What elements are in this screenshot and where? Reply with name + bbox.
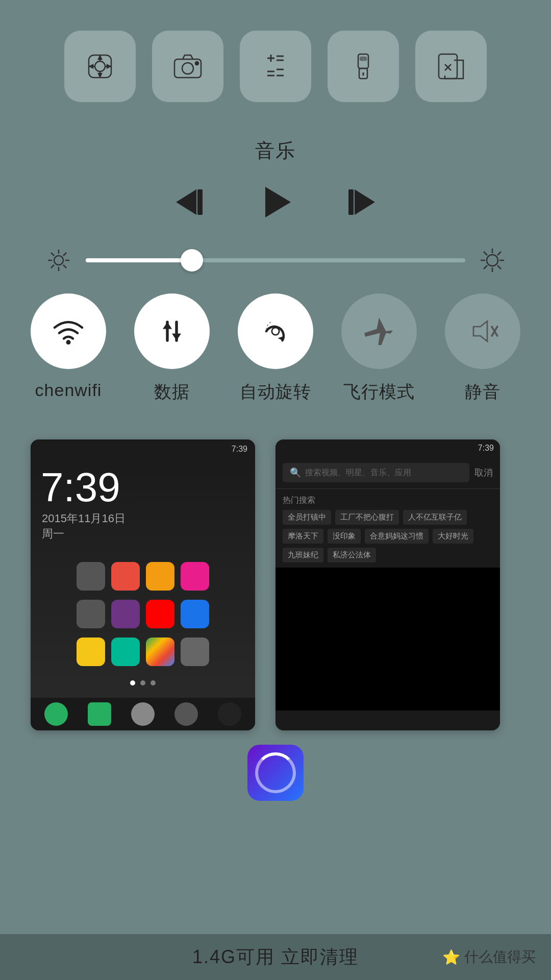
svg-point-55 (272, 328, 279, 335)
svg-line-40 (63, 253, 66, 256)
card2-placeholder: 搜索视频、明星、音乐、应用 (305, 468, 411, 478)
rotate-circle (238, 293, 313, 369)
tag-7: 大好时光 (433, 529, 473, 544)
svg-line-49 (497, 252, 501, 255)
toggle-data[interactable]: 数据 (134, 293, 210, 404)
svg-rect-25 (439, 54, 457, 79)
site-label[interactable]: 什么值得买 (464, 947, 536, 967)
svg-line-48 (497, 265, 501, 269)
svg-point-51 (66, 340, 71, 345)
svg-marker-8 (90, 65, 93, 68)
card2-cancel: 取消 (474, 467, 493, 479)
tag-2: 工厂不把心腹打 (335, 510, 399, 525)
recent-apps-section: 7:39 7:39 2015年11月16日 周一 (0, 439, 551, 730)
quick-btn-joystick[interactable] (64, 31, 136, 102)
mini-icon-lc (111, 638, 140, 666)
card1-status-bar: 7:39 (31, 439, 255, 459)
svg-point-33 (54, 256, 63, 265)
wifi-label: chenwifi (35, 380, 102, 400)
svg-marker-28 (176, 189, 196, 215)
toggle-airplane[interactable]: 飞行模式 (341, 293, 417, 404)
dock-msg (88, 702, 111, 726)
tag-5: 没印象 (328, 529, 361, 544)
quick-btn-flashlight[interactable] (328, 31, 399, 102)
brightness-fill (86, 258, 192, 262)
dot-1 (130, 680, 135, 685)
tag-6: 合意妈妈这习惯 (365, 529, 429, 544)
quick-actions-bar (0, 0, 551, 122)
prev-button[interactable] (171, 187, 207, 219)
card2-status: 7:39 (276, 439, 500, 457)
mini-icon-le (181, 600, 209, 628)
tag-1: 全员打镇中 (283, 510, 331, 525)
home-screen-preview: 7:39 7:39 2015年11月16日 周一 (31, 439, 255, 730)
svg-point-12 (195, 62, 198, 65)
card1-clock: 7:39 (31, 459, 255, 511)
quick-btn-calculator[interactable] (240, 31, 311, 102)
svg-marker-30 (265, 187, 291, 217)
mini-icon-weather (146, 562, 174, 591)
brightness-low-icon (46, 248, 71, 273)
music-title: 音乐 (0, 138, 551, 164)
toggle-mute[interactable]: 静音 (445, 293, 520, 404)
svg-line-50 (484, 265, 487, 269)
site-label-area: ⭐ 什么值得买 (442, 947, 536, 967)
next-icon (344, 187, 380, 217)
svg-marker-9 (107, 65, 110, 68)
camera-icon (171, 50, 204, 83)
toggle-rotate[interactable]: 自动旋转 (238, 293, 313, 404)
card1-date: 2015年11月16日 (31, 511, 255, 526)
memory-text[interactable]: 1.4G可用 立即清理 (192, 945, 359, 970)
quick-btn-camera[interactable] (152, 31, 223, 102)
svg-rect-32 (348, 189, 354, 215)
toggle-wifi[interactable]: chenwifi (31, 293, 106, 400)
mini-icon-ok (77, 600, 105, 628)
brightness-thumb[interactable] (181, 249, 203, 272)
dock-phone (44, 702, 68, 726)
wifi-icon (50, 313, 87, 350)
airplane-circle (341, 293, 417, 369)
card1-app-icons (31, 552, 255, 676)
recent-app-card-2[interactable]: 7:39 🔍 搜索视频、明星、音乐、应用 取消 热门搜索 全员打镇中 工厂不把心… (276, 439, 500, 730)
prev-icon (171, 187, 207, 217)
play-button[interactable] (258, 184, 293, 222)
mini-icon-letv (146, 600, 174, 628)
svg-rect-21 (358, 54, 368, 68)
next-button[interactable] (344, 187, 380, 219)
data-icon (154, 313, 190, 350)
data-circle (134, 293, 210, 369)
flashlight-icon (347, 50, 380, 83)
svg-line-41 (51, 265, 54, 268)
svg-marker-7 (98, 74, 102, 77)
tag-9: 私济公法体 (328, 548, 376, 562)
center-app-icon-inner (255, 752, 296, 793)
dock-more (174, 702, 198, 726)
quick-btn-screenshot[interactable] (415, 31, 487, 102)
mute-icon (464, 313, 501, 350)
svg-rect-29 (197, 189, 203, 215)
music-controls (0, 184, 551, 222)
music-section: 音乐 (0, 138, 551, 222)
airplane-icon (361, 313, 397, 350)
recent-app-card-1[interactable]: 7:39 7:39 2015年11月16日 周一 (31, 439, 255, 730)
svg-line-38 (51, 253, 54, 256)
center-app-icon[interactable] (247, 745, 304, 801)
page-dots (31, 680, 255, 685)
dot-2 (140, 680, 145, 685)
brightness-slider-row (46, 248, 505, 273)
screenshot-icon (435, 50, 467, 83)
tag-4: 摩洛天下 (283, 529, 323, 544)
calculator-icon (259, 50, 292, 83)
svg-line-47 (484, 252, 487, 255)
svg-marker-6 (98, 56, 102, 59)
airplane-label: 飞行模式 (343, 380, 415, 404)
svg-point-1 (95, 61, 105, 71)
card2-search-box: 🔍 搜索视频、明星、音乐、应用 (283, 463, 469, 482)
svg-point-11 (182, 63, 193, 74)
dock-browser (131, 702, 155, 726)
svg-point-42 (487, 255, 498, 266)
svg-marker-31 (355, 189, 375, 215)
mini-icon-clock (77, 562, 105, 591)
center-app-icon-row (0, 745, 551, 801)
brightness-track[interactable] (86, 258, 465, 262)
